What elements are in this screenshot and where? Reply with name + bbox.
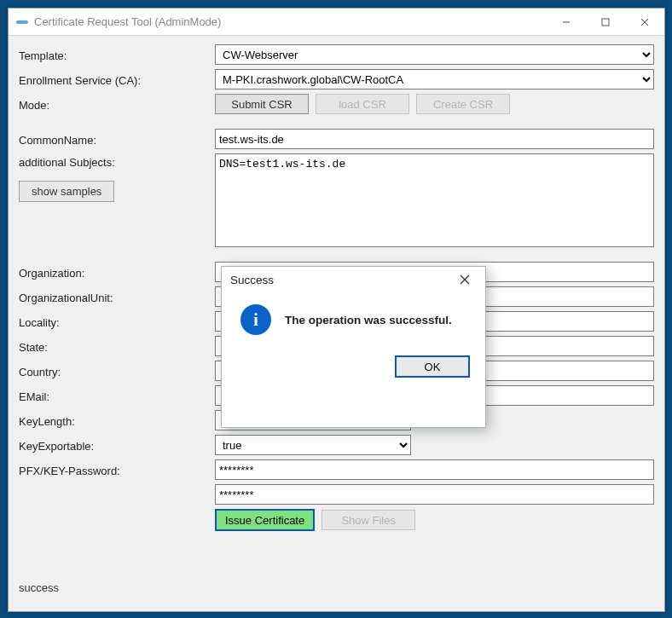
show-files-button[interactable]: Show Files [322, 510, 415, 530]
titlebar: Certificate Request Tool (AdminMode) [9, 9, 664, 36]
template-label: Template: [19, 47, 215, 62]
dialog-message: The operation was successful. [285, 314, 452, 326]
locality-label: Locality: [19, 314, 215, 329]
template-select[interactable]: CW-Webserver [215, 44, 654, 65]
load-csr-button[interactable]: load CSR [316, 94, 409, 114]
window-title: Certificate Request Tool (AdminMode) [34, 15, 547, 28]
organizational-unit-label: OrganizationalUnit: [19, 289, 215, 304]
key-exportable-select[interactable]: true [215, 435, 411, 455]
dialog-header: Success [222, 267, 485, 292]
minimize-button[interactable] [547, 9, 586, 35]
status-text: success [19, 581, 59, 594]
create-csr-button[interactable]: Create CSR [416, 94, 510, 114]
close-button[interactable] [625, 9, 664, 35]
pfx-password-input-2[interactable] [215, 484, 654, 505]
success-dialog: Success i The operation was successful. … [221, 266, 486, 428]
dialog-body: i The operation was successful. [222, 292, 485, 340]
pfx-password-label: PFX/KEY-Password: [19, 462, 215, 477]
dialog-close-button[interactable] [451, 268, 478, 292]
mode-label: Mode: [19, 96, 215, 112]
app-icon [15, 15, 29, 29]
submit-csr-button[interactable]: Submit CSR [215, 94, 309, 114]
additional-subjects-col: additional Subjects: show samples [19, 153, 215, 202]
show-samples-button[interactable]: show samples [19, 181, 114, 202]
additional-subjects-label: additional Subjects: [19, 156, 215, 169]
organization-label: Organization: [19, 264, 215, 280]
additional-subjects-textarea[interactable]: DNS=test1.ws-its.de [215, 153, 654, 247]
key-length-label: KeyLength: [19, 413, 215, 428]
common-name-label: CommonName: [19, 131, 215, 147]
info-icon: i [240, 304, 271, 335]
svg-rect-0 [16, 20, 28, 24]
dialog-title: Success [230, 274, 451, 286]
pfx-password-input-1[interactable] [215, 459, 654, 480]
country-label: Country: [19, 363, 215, 378]
maximize-button[interactable] [586, 9, 625, 35]
dialog-ok-button[interactable]: OK [395, 355, 470, 378]
svg-rect-2 [602, 19, 609, 26]
common-name-input[interactable] [215, 129, 654, 149]
enrollment-service-select[interactable]: M-PKI.crashwork.global\CW-RootCA [215, 69, 654, 90]
enrollment-service-label: Enrollment Service (CA): [19, 72, 215, 87]
issue-certificate-button[interactable]: Issue Certificate [215, 509, 315, 531]
window-controls [547, 9, 664, 35]
email-label: EMail: [19, 388, 215, 403]
key-exportable-label: KeyExportable: [19, 437, 215, 453]
state-label: State: [19, 338, 215, 354]
